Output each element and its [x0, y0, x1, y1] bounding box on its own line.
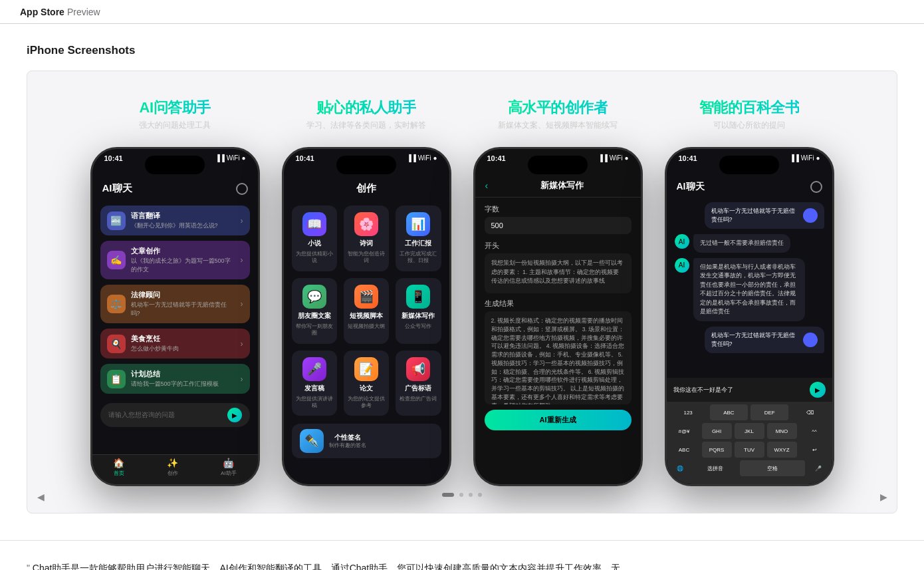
- key-abc[interactable]: ABC: [710, 404, 748, 420]
- report-icon: 📊: [406, 212, 430, 236]
- keyboard-keys: 123 ABC DEF ⌫ #@¥ GHI JKL MNO: [667, 402, 832, 484]
- key-wxyz[interactable]: WXYZ: [767, 442, 797, 458]
- word-count-input[interactable]: 500: [485, 217, 632, 234]
- key-123[interactable]: 123: [669, 404, 707, 420]
- input-placeholder-1: 请输入您想咨询的问题: [108, 410, 175, 420]
- phone-3-heading-sub: 新媒体文案、短视频脚本智能续写: [498, 120, 618, 131]
- keyboard-row-2: #@¥ GHI JKL MNO ^^: [669, 423, 830, 439]
- chat-item-translation[interactable]: 🔤 语言翻译 《翻开心见到你》用英语怎么说? ›: [100, 206, 250, 235]
- phone-2-heading-sub: 学习、法律等各类问题，实时解答: [306, 120, 426, 131]
- legal-icon: ⚖️: [107, 295, 126, 313]
- grid-poem[interactable]: 🌸 诗词 智能为您创造诗词: [344, 206, 389, 271]
- description-body: Chat助手是一款能够帮助用户进行智能聊天、AI创作和智能翻译的工具。通过Cha…: [27, 563, 620, 570]
- chat-item-title-1: 语言翻译: [131, 211, 235, 221]
- header-title-light: Preview: [67, 7, 100, 17]
- cooking-icon: 🍳: [107, 335, 126, 353]
- key-symbol[interactable]: #@¥: [669, 423, 699, 439]
- keyboard-send-button[interactable]: ▶: [810, 382, 826, 398]
- grid-short-video[interactable]: 🎬 短视频脚本 短视频拍摄大纲: [344, 278, 389, 344]
- key-pinyin[interactable]: 选拼音: [693, 460, 737, 476]
- signature-desc: 制作有趣的签名: [329, 442, 366, 449]
- key-mno[interactable]: MNO: [767, 423, 797, 439]
- description-section: " Chat助手是一款能够帮助用户进行智能聊天、AI创作和智能翻译的工具。通过C…: [0, 540, 924, 570]
- ai-avatar-1: AI: [675, 234, 689, 249]
- gear-icon[interactable]: [236, 183, 248, 195]
- editor-body: 字数 500 开头 我想策划一份短视频拍摄大纲，以下是一些可以考虑的要素： 1.…: [475, 198, 641, 437]
- key-mic[interactable]: 🎤: [808, 460, 830, 476]
- speech-title: 发言稿: [304, 384, 324, 393]
- arrow-icon-4: ›: [241, 339, 243, 349]
- chat-item-writing[interactable]: ✍️ 文章创作 以《我的成长之旅》为题写一篇500字的作文 ›: [100, 241, 250, 279]
- phone-3-heading-main: 高水平的创作者: [508, 99, 608, 116]
- chat-input-bar[interactable]: 请输入您想咨询的问题 ▶: [100, 403, 250, 427]
- key-globe[interactable]: 🌐: [669, 460, 691, 476]
- phone-4-heading-sub: 可以随心所欲的提问: [713, 120, 785, 131]
- chat-messages: 机动车一方无过错就等于无赔偿责任吗? AI 无过错一般不需要承担赔偿责任 AI …: [667, 198, 832, 358]
- tab-ai-1[interactable]: 🤖 AI助手: [221, 458, 237, 477]
- chat-item-desc-1: 《翻开心见到你》用英语怎么说?: [131, 221, 235, 230]
- key-caps[interactable]: ^^: [800, 423, 830, 439]
- regenerate-button[interactable]: AI重新生成: [485, 410, 632, 430]
- ai-bubble-1: 无过错一般不需要承担赔偿责任: [693, 234, 790, 253]
- start-textarea[interactable]: 我想策划一份短视频拍摄大纲，以下是一些可以考虑的要素： 1. 主题和故事情节：确…: [485, 253, 632, 293]
- short-video-desc: 短视频拍摄大纲: [348, 323, 385, 330]
- keyboard-input-text[interactable]: 我你这在不一好是今了: [673, 386, 806, 394]
- status-time-1: 10:41: [104, 154, 123, 162]
- user-message-2: 机动车一方无过错就等于无赔偿责任吗?: [705, 327, 824, 353]
- tab-home-1[interactable]: 🏠 首页: [113, 458, 124, 477]
- key-def[interactable]: DEF: [751, 404, 788, 420]
- phone-frame-3: 10:41 ▐▐ WiFi ● ‹ 新媒体写作 字数 500 开头 我想策划一份…: [473, 147, 643, 486]
- arrow-icon-1: ›: [241, 216, 243, 225]
- screenshots-wrapper: AI问答助手 强大的问题处理工具 10:41 ▐▐ WiFi ● AI聊天: [27, 71, 897, 513]
- chat-item-desc-5: 请给我一篇500字的工作汇报模板: [131, 380, 235, 388]
- phone-2-heading-main: 贴心的私人助手: [316, 99, 417, 116]
- phone-screen-2: 10:41 ▐▐ WiFi ● 创作 📖 小说 为您提供精彩小说: [284, 149, 449, 484]
- key-space[interactable]: 空格: [740, 460, 805, 476]
- key-return[interactable]: ↩: [800, 442, 830, 458]
- description-text: " Chat助手是一款能够帮助用户进行智能聊天、AI创作和智能翻译的工具。通过C…: [27, 561, 625, 570]
- scroll-right-arrow[interactable]: ▶: [877, 490, 890, 503]
- dynamic-island-3: [528, 156, 588, 174]
- chat-item-legal[interactable]: ⚖️ 法律顾问 机动车一方无过错就等于无赔偿责任吗? ›: [100, 285, 250, 323]
- signature-text-block: 个性签名 制作有趣的签名: [329, 433, 366, 449]
- back-button[interactable]: ‹: [485, 180, 489, 191]
- chat-items-list: 🔤 语言翻译 《翻开心见到你》用英语怎么说? › ✍️ 文章创作: [92, 202, 258, 398]
- chat-item-cooking[interactable]: 🍳 美食烹饪 怎么做小炒黄牛肉 ›: [100, 329, 250, 358]
- key-ghi[interactable]: GHI: [702, 423, 732, 439]
- ai-icon-tab: 🤖: [223, 458, 234, 468]
- chat-item-text-1: 语言翻译 《翻开心见到你》用英语怎么说?: [131, 211, 235, 230]
- key-pqrs[interactable]: PQRS: [702, 442, 732, 458]
- grid-signature[interactable]: ✒️ 个性签名 制作有趣的签名: [292, 424, 441, 458]
- key-delete[interactable]: ⌫: [791, 404, 829, 420]
- keyboard-input-row: 我你这在不一好是今了 ▶: [667, 378, 832, 402]
- screen4-app-title: AI聊天: [677, 181, 705, 193]
- key-tuv[interactable]: TUV: [735, 442, 764, 458]
- tab-label-creation: 创作: [168, 470, 178, 477]
- dynamic-island-4: [719, 156, 779, 174]
- speech-icon: 🎤: [302, 357, 326, 381]
- signature-icon: ✒️: [300, 429, 324, 453]
- send-button-1[interactable]: ▶: [227, 408, 242, 422]
- grid-speech[interactable]: 🎤 发言稿 为您提供演讲讲稿: [292, 351, 337, 416]
- grid-paper[interactable]: 📝 论文 为您的论文提供参考: [344, 351, 389, 416]
- key-jkl[interactable]: JKL: [735, 423, 764, 439]
- novel-icon: 📖: [302, 212, 326, 236]
- grid-ad[interactable]: 📢 广告标语 检查您的广告词: [396, 351, 441, 416]
- ad-title: 广告标语: [405, 384, 431, 393]
- key-abc-btn[interactable]: ABC: [669, 442, 699, 458]
- dynamic-island-1: [145, 156, 205, 174]
- tab-creation-1[interactable]: ✨ 创作: [167, 458, 178, 477]
- phone-screen-3: 10:41 ▐▐ WiFi ● ‹ 新媒体写作 字数 500 开头 我想策划一份…: [475, 149, 641, 484]
- grid-novel[interactable]: 📖 小说 为您提供精彩小说: [292, 206, 337, 271]
- grid-friend[interactable]: 💬 朋友圈文案 帮你写一则朋友圈: [292, 278, 337, 344]
- chat-item-summary[interactable]: 📋 计划总结 请给我一篇500字的工作汇报模板 ›: [100, 364, 250, 394]
- grid-report[interactable]: 📊 工作汇报 工作完成写成汇报、日报: [396, 206, 441, 271]
- report-desc: 工作完成写成汇报、日报: [400, 251, 437, 265]
- grid-new-media[interactable]: 📱 新媒体写作 公众号写作: [396, 278, 441, 344]
- screen2-title: 创作: [356, 182, 376, 194]
- status-icons-1: ▐▐ WiFi ●: [215, 154, 246, 162]
- personal-signature-row[interactable]: ✒️ 个性签名 制作有趣的签名: [284, 421, 449, 461]
- scroll-left-arrow[interactable]: ◀: [34, 490, 47, 503]
- gear-icon-4[interactable]: [810, 181, 822, 193]
- start-label: 开头: [485, 241, 632, 251]
